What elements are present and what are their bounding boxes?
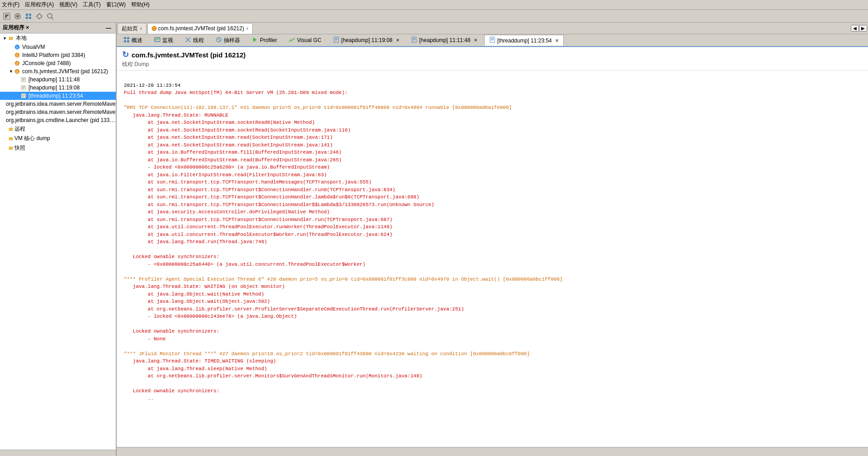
sub-tab-sampler[interactable]: 抽样器 [211,35,245,46]
horizontal-scrollbar[interactable] [0,450,116,456]
dump-line: at java.lang.Thread.run(Thread.java:748) [124,238,861,246]
svg-rect-57 [412,37,416,42]
heapdump2-icon [411,37,417,44]
dump-line: Locked ownable synchronizers: [124,387,861,395]
dump-line: 2021-12-20 11:23:54 [124,82,861,89]
dump-line: - locked <0x00000006c243ee78> (a java.la… [124,313,861,320]
toolbar-btn-4[interactable] [34,11,44,21]
tree-item-jps[interactable]: Jorg.jetbrains.jps.cmdline.Launcher (pid… [0,116,116,124]
dump-line: - None [124,335,861,343]
menu-app[interactable]: 应用程序(A) [25,1,54,9]
svg-rect-41 [124,37,126,39]
dump-line: at sun.rmi.transport.tcp.TCPTransport$Co… [124,186,861,194]
sub-tab-heapdump2-label: [heapdump] 11:11:48 [419,37,470,43]
right-panel: 起始页 × com.fs.jvmtest.JVMTest (pid 16212)… [117,23,868,456]
tab-jvmtest[interactable]: com.fs.jvmtest.JVMTest (pid 16212) × [147,23,253,34]
sub-tab-threaddump-close[interactable]: × [556,38,559,44]
dump-line: at java.net.SocketInputStream.read(Socke… [124,134,861,141]
tree-label: 快照 [14,144,25,152]
svg-marker-10 [9,37,13,40]
dump-line: at java.io.FilterInputStream.read(Filter… [124,171,861,179]
tree-label: 本地 [16,34,27,42]
dump-line: at java.lang.Object.wait(Native Method) [124,291,861,298]
sub-tab-monitor[interactable]: 监视 [149,35,178,46]
dump-line: Locked ownable synchronizers: [124,328,861,335]
svg-marker-52 [253,38,257,42]
tab-jvmtest-close[interactable]: × [246,26,249,31]
tree-item-visualvm[interactable]: VVisualVM [0,43,116,51]
tree-label: com.fs.jvmtest.JVMTest (pid 16212) [22,68,108,75]
tree-item-threaddump[interactable]: [threaddump] 11:23:54 [0,92,116,100]
sub-tab-heapdump2-close[interactable]: × [474,37,477,43]
menu-window[interactable]: 窗口(W) [106,1,126,9]
svg-rect-7 [29,17,31,19]
dump-line: java.lang.Thread.State: RUNNABLE [124,112,861,119]
sub-tab-sampler-label: 抽样器 [224,37,240,44]
monitor-icon [154,37,160,44]
svg-rect-4 [26,14,28,16]
dump-line [124,268,861,276]
tab-start[interactable]: 起始页 × [118,23,146,34]
dump-line: at java.net.SocketInputStream.read(Socke… [124,141,861,149]
svg-text:J: J [16,70,18,73]
tree-item-heapdump2[interactable]: [heapdump] 11:19:08 [0,84,116,92]
tree-item-snapshot[interactable]: 快照 [0,143,116,153]
svg-marker-38 [9,137,13,140]
dump-content: 2021-12-20 11:23:54Full thread dump Java… [117,71,868,406]
svg-text:J: J [16,54,18,57]
dump-line: at java.security.AccessController.doPriv… [124,208,861,216]
toolbar-btn-2[interactable] [13,11,23,21]
tree-item-local[interactable]: ▼本地 [0,33,116,43]
content-area[interactable]: ↻ com.fs.jvmtest.JVMTest (pid 16212) 线程 … [117,47,868,447]
svg-point-8 [47,14,52,18]
sub-tab-heapdump1[interactable]: [heapdump] 11:19:08 × [328,35,404,46]
dump-line: - <0x00000008c25a6440> (a java.util.conc… [124,261,861,268]
tab-start-label: 起始页 [122,25,138,33]
sub-tab-heapdump1-close[interactable]: × [396,37,399,43]
toolbar-btn-5[interactable] [45,11,55,21]
tree-item-jvmtest[interactable]: ▼Jcom.fs.jvmtest.JVMTest (pid 16212) [0,67,116,75]
dump-line [124,320,861,328]
sub-tab-visualgc[interactable]: Visual GC [284,35,326,46]
toolbar-btn-1[interactable] [2,11,12,21]
tree-item-coredump[interactable]: VM 核心 dump [0,134,116,143]
dump-line: at sun.rmi.transport.tcp.TCPTransport$Co… [124,201,861,209]
refresh-icon[interactable]: ↻ [122,50,129,60]
tree-label: [heapdump] 11:19:08 [28,85,80,91]
panel-minimize-btn[interactable]: — [104,25,113,31]
tab-prev-btn[interactable]: ◀ [851,25,859,32]
tree-item-maven1[interactable]: Jorg.jetbrains.idea.maven.server.RemoteM… [0,100,116,108]
svg-text:V: V [16,46,18,49]
svg-point-3 [16,15,19,18]
dump-line: Full thread dump Java HotSpot(TM) 64-Bit… [124,89,861,97]
tab-next-btn[interactable]: ▶ [859,25,867,32]
menu-help[interactable]: 帮助(H) [131,1,150,9]
dump-line: Locked ownable synchronizers: [124,253,861,261]
tree-item-intellij[interactable]: JIntelliJ Platform (pid 3384) [0,51,116,59]
dump-line: at java.lang.Object.wait(Object.java:502… [124,298,861,306]
sub-tab-heapdump2[interactable]: [heapdump] 11:11:48 × [406,35,482,46]
dump-line: "*** JFluid Monitor thread ***" #27 daem… [124,350,861,358]
threaddump-icon [489,37,495,44]
sub-tab-overview[interactable]: 概述 [118,35,147,46]
menu-view[interactable]: 视图(V) [59,1,77,9]
menu-tools[interactable]: 工具(T) [83,1,100,9]
status-bar [117,447,868,456]
dump-line: at java.lang.Thread.sleep(Native Method) [124,365,861,373]
svg-marker-39 [9,147,13,150]
tab-start-close[interactable]: × [140,26,142,31]
toolbar-btn-3[interactable] [24,11,33,21]
tree-item-remote[interactable]: 远程 [0,124,116,134]
dump-line: at java.io.BufferedInputStream.fill(Buff… [124,149,861,156]
dump-line: at org.netbeans.lib.profiler.server.Prof… [124,306,861,313]
dump-line [124,246,861,254]
sub-tab-profiler[interactable]: Profiler [247,35,282,46]
sub-tab-threaddump[interactable]: [threaddump] 11:23:54 × [484,35,564,46]
sub-tab-threads[interactable]: 线程 [180,35,209,46]
tree-item-maven2[interactable]: Jorg.jetbrains.idea.maven.server.RemoteM… [0,108,116,116]
tree-item-jconsole[interactable]: JJConsole (pid 7488) [0,59,116,67]
tree-label: 远程 [14,125,25,133]
tree-label: org.jetbrains.jps.cmdline.Launcher (pid … [6,117,115,123]
menu-file[interactable]: 文件(F) [2,1,19,9]
tree-item-heapdump1[interactable]: [heapdump] 11:11:48 [0,75,116,84]
